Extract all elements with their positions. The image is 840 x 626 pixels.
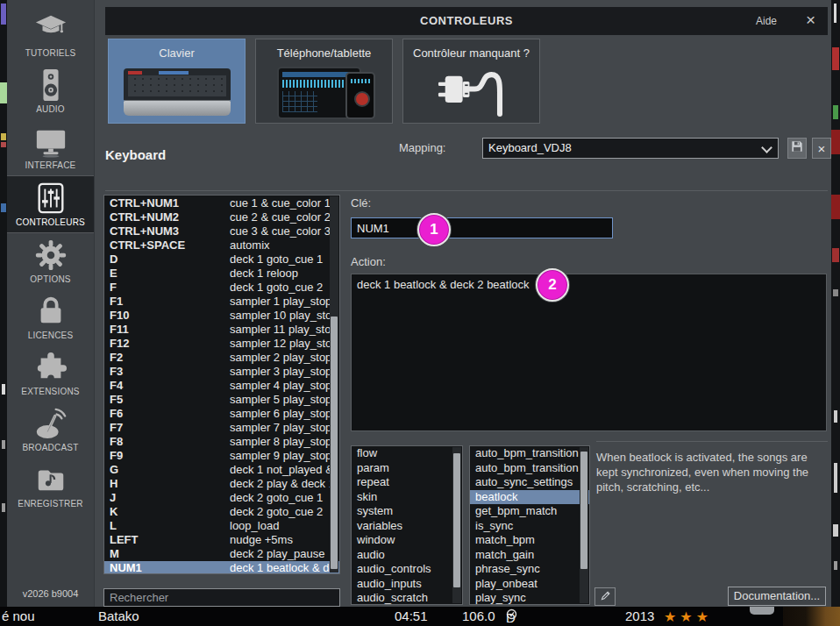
sidebar-item-label: TUTORIELS <box>25 48 76 58</box>
edit-action-button[interactable] <box>594 587 616 606</box>
scrollbar-thumb[interactable] <box>331 317 338 568</box>
key-mapping-row[interactable]: G deck 1 not_played & <box>104 463 339 477</box>
sidebar-item-broadcast[interactable]: BROADCAST <box>7 402 94 458</box>
tab-telephone-tablette[interactable]: Téléphone/tablette <box>255 39 393 124</box>
key-field-label: Clé: <box>351 196 371 210</box>
key-mapping-row[interactable]: F7 sampler 7 play_stop <box>104 421 339 435</box>
key-mapping-row[interactable]: M deck 2 play_pause <box>104 547 339 561</box>
settings-window: TUTORIELS AUDIO INTERFACE CONTROLEURS OP… <box>7 0 831 607</box>
key-mapping-row[interactable]: E deck 1 reloop <box>104 267 339 281</box>
key-action: sampler 4 play_stop <box>230 379 339 393</box>
action-label: auto_sync_settings <box>475 475 573 488</box>
action-row[interactable]: play_sync <box>470 591 589 605</box>
category-row[interactable]: flow <box>352 446 462 461</box>
key-action: deck 1 reloop <box>230 267 339 281</box>
floppy-disk-icon <box>791 140 803 156</box>
tab-clavier[interactable]: Clavier <box>108 39 246 124</box>
key-mapping-row[interactable]: F12 sampler 12 play_stop <box>104 337 339 351</box>
key-mapping-row[interactable]: F11 sampler 11 play_stop <box>104 323 339 337</box>
category-row[interactable]: audio_inputs <box>352 577 462 592</box>
tab-controleur-manquant[interactable]: Contrôleur manquant ? <box>402 39 540 124</box>
key-mapping-row[interactable]: CTRL+SPACE automix <box>104 238 339 253</box>
sidebar-item-options[interactable]: OPTIONS <box>7 233 94 289</box>
category-row[interactable]: window <box>352 533 462 548</box>
key-mapping-row[interactable]: F2 sampler 2 play_stop <box>104 351 339 365</box>
action-row[interactable]: beatlock <box>470 490 589 505</box>
sidebar-item-tutoriels[interactable]: TUTORIELS <box>7 7 94 63</box>
key-mapping-row[interactable]: D deck 1 goto_cue 1 <box>104 253 339 267</box>
mapping-dropdown[interactable]: Keyboard_VDJ8 <box>482 138 779 159</box>
scrollbar[interactable] <box>580 447 588 603</box>
key-mapping-row[interactable]: NUM1 deck 1 beatlock & de <box>104 561 339 574</box>
key-mapping-row[interactable]: CTRL+NUM2 cue 2 & cue_color 2 ' <box>104 210 339 224</box>
action-category-list[interactable]: flowparamrepeatskinsystemvariableswindow… <box>351 445 463 605</box>
key-mapping-row[interactable]: L loop_load <box>104 519 339 533</box>
category-row[interactable]: audio_scratch <box>352 591 462 605</box>
key-mapping-row[interactable]: F deck 1 goto_cue 2 <box>104 281 339 295</box>
key-name: CTRL+NUM1 <box>104 196 230 210</box>
action-row[interactable]: auto_sync_settings <box>470 475 589 490</box>
action-row[interactable]: auto_bpm_transition <box>470 461 589 476</box>
category-row[interactable]: repeat <box>352 475 462 490</box>
key-mapping-row[interactable]: CTRL+NUM3 cue 3 & cue_color 3 ' <box>104 224 339 238</box>
sidebar-item-enregistrer[interactable]: ENREGISTRER <box>7 458 94 514</box>
key-name: F2 <box>104 351 230 365</box>
key-mapping-row[interactable]: F4 sampler 4 play_stop <box>104 379 339 393</box>
action-script-field[interactable]: deck 1 beatlock & deck 2 beatlock <box>351 274 827 431</box>
key-name: F1 <box>104 295 230 309</box>
sidebar-item-extensions[interactable]: EXTENSIONS <box>7 345 94 402</box>
close-icon[interactable]: × <box>806 11 815 30</box>
key-mapping-row[interactable]: F5 sampler 5 play_stop <box>104 393 339 407</box>
action-row[interactable]: phrase_sync <box>470 562 589 577</box>
key-mapping-row[interactable]: CTRL+NUM1 cue 1 & cue_color 1 ' <box>104 196 339 210</box>
category-row[interactable]: system <box>352 504 462 519</box>
key-mapping-list[interactable]: CTRL+NUM1 cue 1 & cue_color 1 ' CTRL+NUM… <box>103 195 340 574</box>
annotation-badge-2: 2 <box>536 268 569 302</box>
action-row[interactable]: match_gain <box>470 548 589 563</box>
key-action: cue 1 & cue_color 1 ' <box>230 196 339 210</box>
scrollbar[interactable] <box>452 447 461 603</box>
version-label: v2026 b9004 <box>7 588 94 599</box>
scrollbar-thumb[interactable] <box>580 452 587 569</box>
category-row[interactable]: param <box>352 461 462 476</box>
key-mapping-row[interactable]: J deck 2 goto_cue 1 <box>104 491 339 505</box>
key-field[interactable] <box>351 217 613 238</box>
action-row[interactable]: match_bpm <box>470 533 589 548</box>
key-mapping-row[interactable]: K deck 2 goto_cue 2 <box>104 505 339 519</box>
key-mapping-row[interactable]: F1 sampler 1 play_stop <box>104 295 339 309</box>
sidebar-item-label: OPTIONS <box>30 274 70 284</box>
key-mapping-row[interactable]: LEFT nudge +5ms <box>104 533 339 547</box>
sidebar-item-licences[interactable]: LICENCES <box>7 289 94 345</box>
action-row[interactable]: get_bpm_match <box>470 504 589 519</box>
key-mapping-row[interactable]: F10 sampler 10 play_stop <box>104 309 339 323</box>
close-icon: × <box>818 141 826 156</box>
key-mapping-row[interactable]: F8 sampler 8 play_stop <box>104 435 339 449</box>
sidebar-item-audio[interactable]: AUDIO <box>7 63 94 119</box>
key-mapping-row[interactable]: F9 sampler 9 play_stop <box>104 449 339 463</box>
action-name-list[interactable]: auto_bpm_transitionauto_bpm_transitionau… <box>469 445 590 605</box>
category-row[interactable]: audio <box>352 548 462 563</box>
sidebar-item-controleurs[interactable]: CONTROLEURS <box>7 175 94 233</box>
key-name: D <box>104 253 230 267</box>
category-label: variables <box>357 519 402 532</box>
action-row[interactable]: play_onbeat <box>470 577 589 592</box>
key-mapping-row[interactable]: F6 sampler 6 play_stop <box>104 407 339 421</box>
delete-mapping-button[interactable]: × <box>812 138 831 159</box>
key-mapping-row[interactable]: F3 sampler 3 play_stop <box>104 365 339 379</box>
documentation-button[interactable]: Documentation... <box>728 587 826 606</box>
category-row[interactable]: audio_controls <box>352 562 462 577</box>
category-row[interactable]: skin <box>352 490 462 505</box>
category-row[interactable]: variables <box>352 519 462 534</box>
key-action: sampler 2 play_stop <box>230 351 339 365</box>
key-name: G <box>104 463 230 477</box>
scrollbar-thumb[interactable] <box>453 453 460 587</box>
action-row[interactable]: auto_bpm_transition <box>470 446 589 461</box>
save-mapping-button[interactable] <box>787 138 807 159</box>
search-input[interactable] <box>103 588 340 607</box>
help-button[interactable]: Aide <box>756 15 777 27</box>
sidebar-item-interface[interactable]: INTERFACE <box>7 119 94 175</box>
action-row[interactable]: is_sync <box>470 519 589 534</box>
scrollbar[interactable] <box>330 196 338 573</box>
key-mapping-row[interactable]: H deck 2 play & deck 1 <box>104 477 339 491</box>
key-action: sampler 6 play_stop <box>230 407 339 421</box>
